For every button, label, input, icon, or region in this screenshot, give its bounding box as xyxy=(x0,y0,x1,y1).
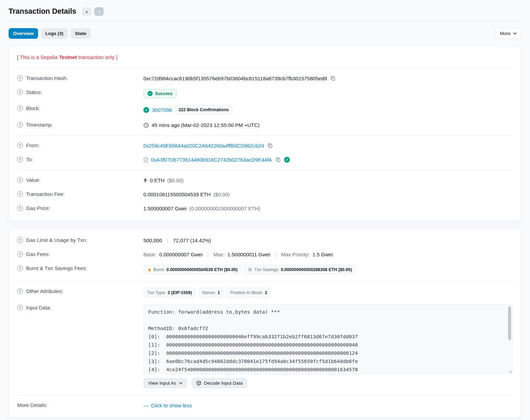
help-icon[interactable]: ? xyxy=(17,305,23,311)
fee-usd: ($0.00) xyxy=(213,191,230,197)
nonce-badge: Nonce: 1 xyxy=(199,288,224,298)
help-icon[interactable]: ? xyxy=(17,191,23,197)
cube-icon xyxy=(196,381,201,386)
view-input-as-button[interactable]: View Input As xyxy=(143,378,187,388)
copy-icon xyxy=(330,76,335,81)
status-badge: ✓ Success xyxy=(143,89,177,98)
decode-input-data-button[interactable]: Decode Input Data xyxy=(191,378,248,388)
gas-fees-label: ? Gas Fees: xyxy=(17,251,143,257)
help-icon[interactable]: ? xyxy=(17,265,23,271)
help-icon[interactable]: ? xyxy=(17,105,23,111)
timestamp-row: ? Timestamp: 45 mins ago (Mar-02-2023 12… xyxy=(17,118,513,132)
input-data-textarea[interactable]: Function: forward(address to,bytes data)… xyxy=(143,304,513,374)
gas-limit-label: ? Gas Limit & Usage by Txn: xyxy=(17,237,143,243)
page-header: Transaction Details ‹ › xyxy=(9,0,521,21)
show-less-link[interactable]: — Click to show less xyxy=(143,402,192,408)
testnet-notice: [ This is a Sepolia Testnet transaction … xyxy=(17,51,513,65)
to-address-link[interactable]: 0xA3f07D6773514480b918C2742b027b3acD9E44… xyxy=(151,157,272,163)
clock-icon xyxy=(143,122,149,128)
help-icon[interactable]: ? xyxy=(17,156,23,162)
next-transaction-button[interactable]: › xyxy=(94,7,104,16)
block-label: ? Block: xyxy=(17,105,143,111)
more-details-label: More Details: xyxy=(17,402,143,408)
burnt-savings-label: ? Burnt & Txn Savings Fees: xyxy=(17,265,143,271)
block-row: ? Block: ✓ 3007096 222 Block Confirmatio… xyxy=(17,102,513,118)
burnt-badge: Burnt: 0.000000000000504539 ETH ($0.00) xyxy=(143,265,241,275)
tabs: Overview Logs (3) State xyxy=(9,28,91,39)
contract-file-icon xyxy=(143,157,148,163)
gas-price-label: ? Gas Price: xyxy=(17,205,143,211)
previous-transaction-button[interactable]: ‹ xyxy=(82,7,91,16)
help-icon[interactable]: ? xyxy=(17,251,23,257)
tab-state[interactable]: State xyxy=(71,28,91,39)
gas-price-row: ? Gas Price: 1.500000007 Gwei (0.0000000… xyxy=(17,201,513,215)
help-icon[interactable]: ? xyxy=(17,75,23,81)
separator: | xyxy=(275,252,276,257)
input-data-box: Function: forward(address to,bytes data)… xyxy=(143,304,513,374)
verified-check-icon: ✓ xyxy=(284,157,290,163)
tab-logs[interactable]: Logs (3) xyxy=(41,28,68,39)
timestamp-value: 45 mins ago (Mar-02-2023 12:55:00 PM +UT… xyxy=(152,122,260,128)
money-wings-icon xyxy=(248,267,252,272)
help-icon[interactable]: ? xyxy=(17,205,23,211)
chevron-down-icon xyxy=(513,32,517,35)
help-icon[interactable]: ? xyxy=(17,89,23,95)
transaction-summary-card: [ This is a Sepolia Testnet transaction … xyxy=(9,46,521,221)
from-label: ? From: xyxy=(17,142,143,148)
from-address-link[interactable]: 0x259c49E65644a020C2A642260a4ffB0CD862cb… xyxy=(143,143,264,149)
other-attributes-label: ? Other Attributes: xyxy=(17,288,143,294)
divider xyxy=(17,68,513,68)
transaction-hash-row: ? Transaction Hash: 0xc72d984ccac6190b5f… xyxy=(17,71,513,85)
fee-eth: 0.000108115500504539 ETH xyxy=(143,191,211,197)
tab-overview[interactable]: Overview xyxy=(9,28,38,39)
from-row: ? From: 0x259c49E65644a020C2A642260a4ffB… xyxy=(17,139,513,153)
page-title: Transaction Details xyxy=(9,7,76,16)
eth-icon xyxy=(143,178,147,183)
timestamp-label: ? Timestamp: xyxy=(17,121,143,128)
help-icon[interactable]: ? xyxy=(17,177,23,183)
minus-icon: — xyxy=(143,402,149,408)
help-icon[interactable]: ? xyxy=(17,122,23,128)
input-data-row: ? Input Data: Function: forward(address … xyxy=(17,301,513,392)
help-icon[interactable]: ? xyxy=(17,142,23,148)
gas-fees-row: ? Gas Fees: Base: 0.000000007 Gwei | Max… xyxy=(17,247,513,261)
other-attributes-row: ? Other Attributes: Txn Type: 2 (EIP-155… xyxy=(17,284,513,301)
to-row: ? To: 0xA3f07D6773514480b918C2742b027b3a… xyxy=(17,153,513,167)
testnet-notice-suffix: transaction only ] xyxy=(77,54,118,60)
chevron-down-icon xyxy=(179,382,182,384)
gas-limit-row: ? Gas Limit & Usage by Txn: 500,000 | 72… xyxy=(17,233,513,247)
to-label: ? To: xyxy=(17,156,143,162)
value-label: ? Value: xyxy=(17,177,143,183)
txn-savings-badge: Txn Savings: 0.000000000000288308 ETH ($… xyxy=(244,265,355,275)
more-dropdown-button[interactable]: More xyxy=(495,28,521,39)
max-fee-value: 1.500000011 Gwei xyxy=(227,252,270,257)
max-priority-fee-label: Max Priority: xyxy=(281,252,309,257)
transaction-fee-row: ? Transaction Fee: 0.000108115500504539 … xyxy=(17,187,513,201)
help-icon[interactable]: ? xyxy=(17,237,23,243)
flame-icon xyxy=(147,267,152,272)
divider xyxy=(17,395,513,395)
copy-from-address-button[interactable] xyxy=(267,143,273,148)
burnt-label-text: Burnt: xyxy=(153,267,165,272)
transaction-hash-value: 0xc72d984ccac6190b5f135576eb97b03604bc81… xyxy=(143,75,327,81)
status-label: ? Status: xyxy=(17,89,143,95)
value-row: ? Value: 0 ETH ($0.00) xyxy=(17,173,513,187)
separator: | xyxy=(167,237,168,243)
divider xyxy=(17,170,513,170)
copy-hash-button[interactable] xyxy=(330,76,336,81)
tabs-bar: Overview Logs (3) State More xyxy=(9,28,521,39)
more-label: More xyxy=(500,31,510,36)
chevron-right-icon: › xyxy=(98,9,100,14)
help-icon[interactable]: ? xyxy=(17,288,23,294)
burnt-value: 0.000000000000504539 ETH ($0.00) xyxy=(166,267,237,272)
copy-to-address-button[interactable] xyxy=(275,157,281,162)
copy-icon xyxy=(275,157,281,162)
block-number-link[interactable]: 3007096 xyxy=(152,107,172,113)
chevron-left-icon: ‹ xyxy=(86,9,87,14)
divider xyxy=(17,281,513,281)
scrollbar-thumb[interactable] xyxy=(508,306,511,340)
base-fee-label: Base: xyxy=(143,252,156,257)
check-circle-icon: ✓ xyxy=(148,91,153,96)
transaction-details-page: Transaction Details ‹ › Overview Logs (3… xyxy=(0,0,530,420)
resize-grip-icon[interactable] xyxy=(508,370,512,373)
